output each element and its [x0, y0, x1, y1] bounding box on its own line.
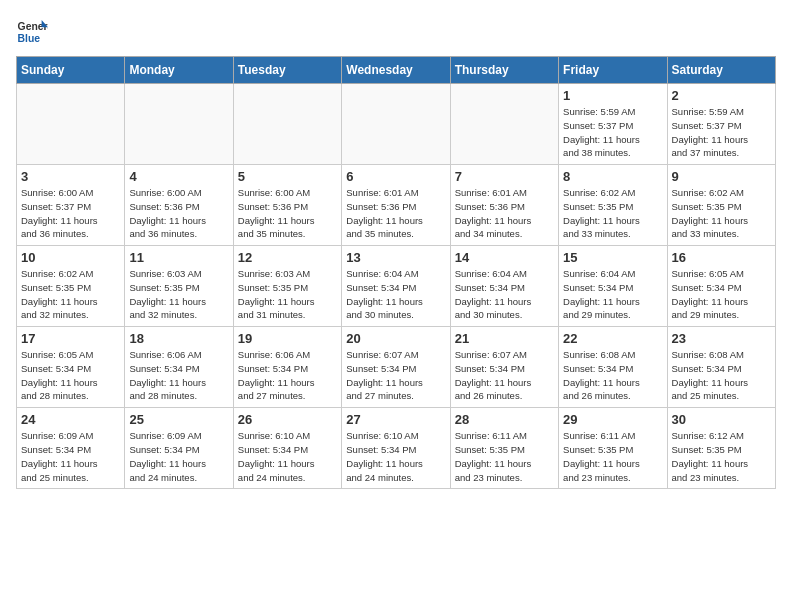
day-info: Sunrise: 6:00 AM Sunset: 5:37 PM Dayligh…	[21, 186, 120, 241]
day-info: Sunrise: 6:04 AM Sunset: 5:34 PM Dayligh…	[346, 267, 445, 322]
day-number: 15	[563, 250, 662, 265]
day-cell: 10Sunrise: 6:02 AM Sunset: 5:35 PM Dayli…	[17, 246, 125, 327]
day-cell: 5Sunrise: 6:00 AM Sunset: 5:36 PM Daylig…	[233, 165, 341, 246]
day-number: 1	[563, 88, 662, 103]
day-number: 20	[346, 331, 445, 346]
day-cell: 20Sunrise: 6:07 AM Sunset: 5:34 PM Dayli…	[342, 327, 450, 408]
day-cell: 26Sunrise: 6:10 AM Sunset: 5:34 PM Dayli…	[233, 408, 341, 489]
day-info: Sunrise: 6:00 AM Sunset: 5:36 PM Dayligh…	[129, 186, 228, 241]
col-header-monday: Monday	[125, 57, 233, 84]
week-row-5: 24Sunrise: 6:09 AM Sunset: 5:34 PM Dayli…	[17, 408, 776, 489]
day-cell: 27Sunrise: 6:10 AM Sunset: 5:34 PM Dayli…	[342, 408, 450, 489]
day-info: Sunrise: 6:12 AM Sunset: 5:35 PM Dayligh…	[672, 429, 771, 484]
day-cell: 30Sunrise: 6:12 AM Sunset: 5:35 PM Dayli…	[667, 408, 775, 489]
day-number: 29	[563, 412, 662, 427]
day-info: Sunrise: 6:02 AM Sunset: 5:35 PM Dayligh…	[672, 186, 771, 241]
col-header-sunday: Sunday	[17, 57, 125, 84]
day-number: 4	[129, 169, 228, 184]
day-number: 3	[21, 169, 120, 184]
day-number: 18	[129, 331, 228, 346]
day-cell: 9Sunrise: 6:02 AM Sunset: 5:35 PM Daylig…	[667, 165, 775, 246]
day-info: Sunrise: 6:10 AM Sunset: 5:34 PM Dayligh…	[346, 429, 445, 484]
day-cell: 25Sunrise: 6:09 AM Sunset: 5:34 PM Dayli…	[125, 408, 233, 489]
day-number: 27	[346, 412, 445, 427]
day-cell: 15Sunrise: 6:04 AM Sunset: 5:34 PM Dayli…	[559, 246, 667, 327]
week-row-1: 1Sunrise: 5:59 AM Sunset: 5:37 PM Daylig…	[17, 84, 776, 165]
day-cell	[450, 84, 558, 165]
day-cell: 3Sunrise: 6:00 AM Sunset: 5:37 PM Daylig…	[17, 165, 125, 246]
day-info: Sunrise: 6:04 AM Sunset: 5:34 PM Dayligh…	[563, 267, 662, 322]
day-cell: 24Sunrise: 6:09 AM Sunset: 5:34 PM Dayli…	[17, 408, 125, 489]
day-cell: 28Sunrise: 6:11 AM Sunset: 5:35 PM Dayli…	[450, 408, 558, 489]
day-info: Sunrise: 6:06 AM Sunset: 5:34 PM Dayligh…	[238, 348, 337, 403]
day-number: 24	[21, 412, 120, 427]
day-info: Sunrise: 6:11 AM Sunset: 5:35 PM Dayligh…	[455, 429, 554, 484]
day-number: 10	[21, 250, 120, 265]
day-number: 7	[455, 169, 554, 184]
day-info: Sunrise: 6:07 AM Sunset: 5:34 PM Dayligh…	[455, 348, 554, 403]
day-number: 25	[129, 412, 228, 427]
day-info: Sunrise: 6:01 AM Sunset: 5:36 PM Dayligh…	[455, 186, 554, 241]
day-info: Sunrise: 6:03 AM Sunset: 5:35 PM Dayligh…	[129, 267, 228, 322]
day-cell: 8Sunrise: 6:02 AM Sunset: 5:35 PM Daylig…	[559, 165, 667, 246]
day-info: Sunrise: 6:06 AM Sunset: 5:34 PM Dayligh…	[129, 348, 228, 403]
col-header-wednesday: Wednesday	[342, 57, 450, 84]
day-info: Sunrise: 6:07 AM Sunset: 5:34 PM Dayligh…	[346, 348, 445, 403]
day-cell: 13Sunrise: 6:04 AM Sunset: 5:34 PM Dayli…	[342, 246, 450, 327]
day-cell: 18Sunrise: 6:06 AM Sunset: 5:34 PM Dayli…	[125, 327, 233, 408]
day-number: 26	[238, 412, 337, 427]
day-info: Sunrise: 5:59 AM Sunset: 5:37 PM Dayligh…	[672, 105, 771, 160]
day-cell: 1Sunrise: 5:59 AM Sunset: 5:37 PM Daylig…	[559, 84, 667, 165]
day-number: 16	[672, 250, 771, 265]
day-info: Sunrise: 6:05 AM Sunset: 5:34 PM Dayligh…	[21, 348, 120, 403]
day-info: Sunrise: 6:00 AM Sunset: 5:36 PM Dayligh…	[238, 186, 337, 241]
day-cell: 16Sunrise: 6:05 AM Sunset: 5:34 PM Dayli…	[667, 246, 775, 327]
logo: General Blue	[16, 16, 52, 48]
day-info: Sunrise: 6:09 AM Sunset: 5:34 PM Dayligh…	[21, 429, 120, 484]
col-header-saturday: Saturday	[667, 57, 775, 84]
day-info: Sunrise: 6:02 AM Sunset: 5:35 PM Dayligh…	[21, 267, 120, 322]
day-info: Sunrise: 6:01 AM Sunset: 5:36 PM Dayligh…	[346, 186, 445, 241]
day-cell	[342, 84, 450, 165]
day-cell	[125, 84, 233, 165]
svg-text:Blue: Blue	[18, 33, 41, 44]
day-cell	[233, 84, 341, 165]
day-info: Sunrise: 6:05 AM Sunset: 5:34 PM Dayligh…	[672, 267, 771, 322]
day-number: 11	[129, 250, 228, 265]
day-cell: 11Sunrise: 6:03 AM Sunset: 5:35 PM Dayli…	[125, 246, 233, 327]
day-number: 9	[672, 169, 771, 184]
day-number: 23	[672, 331, 771, 346]
day-info: Sunrise: 6:04 AM Sunset: 5:34 PM Dayligh…	[455, 267, 554, 322]
day-info: Sunrise: 6:10 AM Sunset: 5:34 PM Dayligh…	[238, 429, 337, 484]
day-cell: 23Sunrise: 6:08 AM Sunset: 5:34 PM Dayli…	[667, 327, 775, 408]
day-number: 2	[672, 88, 771, 103]
day-info: Sunrise: 5:59 AM Sunset: 5:37 PM Dayligh…	[563, 105, 662, 160]
day-info: Sunrise: 6:02 AM Sunset: 5:35 PM Dayligh…	[563, 186, 662, 241]
day-number: 17	[21, 331, 120, 346]
day-cell: 4Sunrise: 6:00 AM Sunset: 5:36 PM Daylig…	[125, 165, 233, 246]
day-number: 5	[238, 169, 337, 184]
day-cell: 6Sunrise: 6:01 AM Sunset: 5:36 PM Daylig…	[342, 165, 450, 246]
day-number: 28	[455, 412, 554, 427]
day-info: Sunrise: 6:08 AM Sunset: 5:34 PM Dayligh…	[672, 348, 771, 403]
day-number: 8	[563, 169, 662, 184]
day-number: 30	[672, 412, 771, 427]
day-cell: 21Sunrise: 6:07 AM Sunset: 5:34 PM Dayli…	[450, 327, 558, 408]
day-number: 21	[455, 331, 554, 346]
col-header-tuesday: Tuesday	[233, 57, 341, 84]
day-info: Sunrise: 6:11 AM Sunset: 5:35 PM Dayligh…	[563, 429, 662, 484]
day-cell: 19Sunrise: 6:06 AM Sunset: 5:34 PM Dayli…	[233, 327, 341, 408]
week-row-4: 17Sunrise: 6:05 AM Sunset: 5:34 PM Dayli…	[17, 327, 776, 408]
col-header-friday: Friday	[559, 57, 667, 84]
day-cell: 2Sunrise: 5:59 AM Sunset: 5:37 PM Daylig…	[667, 84, 775, 165]
day-number: 14	[455, 250, 554, 265]
page-header: General Blue	[16, 16, 776, 48]
week-row-3: 10Sunrise: 6:02 AM Sunset: 5:35 PM Dayli…	[17, 246, 776, 327]
week-row-2: 3Sunrise: 6:00 AM Sunset: 5:37 PM Daylig…	[17, 165, 776, 246]
day-info: Sunrise: 6:03 AM Sunset: 5:35 PM Dayligh…	[238, 267, 337, 322]
day-number: 22	[563, 331, 662, 346]
day-number: 13	[346, 250, 445, 265]
day-cell: 14Sunrise: 6:04 AM Sunset: 5:34 PM Dayli…	[450, 246, 558, 327]
day-cell: 12Sunrise: 6:03 AM Sunset: 5:35 PM Dayli…	[233, 246, 341, 327]
day-cell	[17, 84, 125, 165]
